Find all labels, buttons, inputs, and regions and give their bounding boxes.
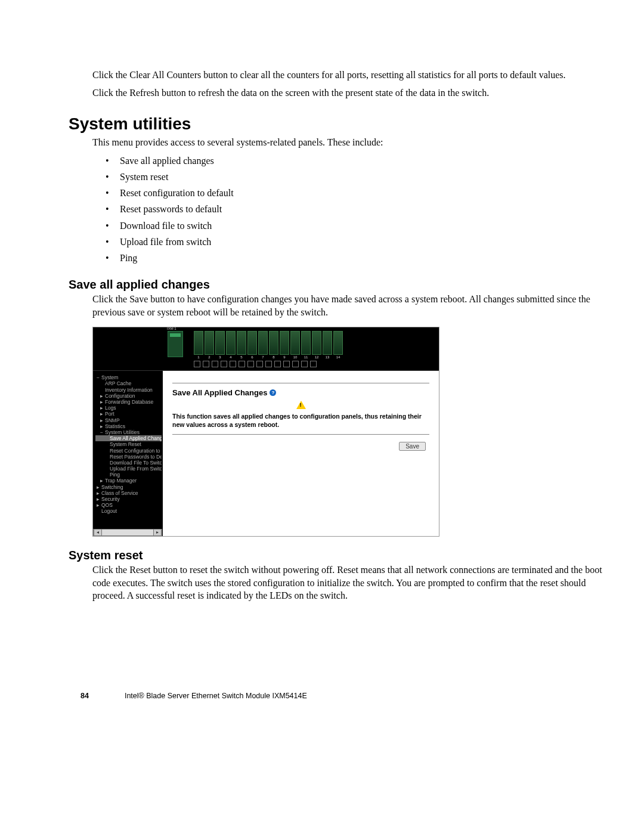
port-number-label: 1 (194, 355, 203, 360)
port-number-label: 13 (323, 355, 332, 360)
port-icon[interactable] (247, 331, 257, 355)
button-row: Save (172, 442, 429, 451)
nav-tree-item[interactable]: ▸Switching (95, 484, 162, 490)
nav-tree-item[interactable]: Save All Applied Changes (95, 435, 162, 441)
save-applied-text: Click the Save button to have configurat… (92, 293, 608, 318)
port-number-label: 11 (301, 355, 311, 360)
horizontal-scrollbar[interactable]: ◂ ▸ (93, 529, 162, 536)
port-status-icon (203, 361, 209, 367)
port-status-icon (301, 361, 308, 367)
port-icon[interactable] (290, 331, 300, 355)
nav-tree-item[interactable]: −System (95, 374, 162, 380)
paragraph-clear-counters: Click the Clear All Counters button to c… (92, 69, 608, 82)
nav-tree-item[interactable]: Download File To Switch (95, 460, 162, 466)
port-icon[interactable] (301, 331, 311, 355)
nav-tree-item[interactable]: System Reset (95, 441, 162, 447)
port-icon[interactable] (194, 331, 203, 355)
nav-header-region (93, 327, 163, 371)
port-number-label: 14 (333, 355, 343, 360)
list-item: Upload file from switch (106, 234, 608, 250)
intro-text: This menu provides access to several sys… (92, 136, 608, 149)
nav-tree-item[interactable]: ARP Cache (95, 380, 162, 386)
heading-save-applied: Save all applied changes (69, 278, 608, 292)
port-status-icon (283, 361, 290, 367)
port-icon[interactable] (280, 331, 289, 355)
nav-tree-item[interactable]: ▸SNMP (95, 417, 162, 423)
port-number-label: 9 (280, 355, 289, 360)
port-number-label: 4 (226, 355, 236, 360)
scroll-right-arrow[interactable]: ▸ (153, 529, 162, 535)
nav-tree-item[interactable]: Logout (95, 508, 162, 514)
nav-tree-item[interactable]: Ping (95, 472, 162, 478)
port-icon[interactable] (333, 331, 343, 355)
save-button[interactable]: Save (399, 442, 426, 451)
port-number-label: 6 (247, 355, 257, 360)
paragraph-refresh: Click the Refresh button to refresh the … (92, 86, 608, 100)
port-icon[interactable] (205, 331, 214, 355)
warning-row (172, 401, 429, 410)
port-number-label: 7 (258, 355, 268, 360)
panel-title: Save All Applied Changes (172, 388, 267, 397)
help-icon[interactable]: ? (270, 389, 276, 396)
page: Click the Clear All Counters button to c… (0, 0, 644, 736)
feature-list: Save all applied changes System reset Re… (106, 153, 608, 266)
nav-tree-item[interactable]: ▸Forwarding Database (95, 399, 162, 405)
page-footer: 84 Intel® Blade Server Ethernet Switch M… (69, 692, 608, 700)
nav-tree-item[interactable]: ▸Trap Manager (95, 478, 162, 484)
nav-tree-item[interactable]: Upload File From Switch (95, 466, 162, 472)
heading-system-reset: System reset (69, 549, 608, 562)
list-item: Download file to switch (106, 218, 608, 234)
content-panel: IXM 1 1234567891011121314 Save All Appli… (163, 327, 439, 536)
nav-tree-panel: −SystemARP CacheInventory Information▸Co… (93, 327, 163, 536)
scroll-left-arrow[interactable]: ◂ (94, 529, 102, 535)
heading-system-utilities: System utilities (69, 114, 608, 134)
nav-tree-item[interactable]: ▸QOS (95, 502, 162, 508)
nav-tree-item[interactable]: Inventory Information (95, 387, 162, 393)
nav-tree-item[interactable]: −System Utilities (95, 429, 162, 435)
port-status-icon (221, 361, 227, 367)
nav-tree-item[interactable]: ▸Configuration (95, 393, 162, 399)
nav-tree-item[interactable]: ▸Logs (95, 405, 162, 411)
embedded-screenshot: −SystemARP CacheInventory Information▸Co… (92, 327, 439, 537)
nav-tree-item[interactable]: ▸Statistics (95, 423, 162, 429)
list-item: System reset (106, 169, 608, 185)
port-icon[interactable] (323, 331, 332, 355)
port-icon[interactable] (312, 331, 321, 355)
port-numbers: 1234567891011121314 (194, 355, 343, 360)
nav-tree-item[interactable]: ▸Class of Service (95, 490, 162, 496)
panel-content: Save All Applied Changes ? This function… (163, 371, 439, 457)
port-number-label: 3 (215, 355, 225, 360)
nav-tree-item[interactable]: ▸Port (95, 411, 162, 417)
nav-tree[interactable]: −SystemARP CacheInventory Information▸Co… (95, 374, 162, 514)
device-header: IXM 1 1234567891011121314 (163, 327, 439, 371)
port-icon[interactable] (258, 331, 268, 355)
port-status-row (194, 361, 317, 367)
port-icon[interactable] (269, 331, 278, 355)
port-status-icon (230, 361, 236, 367)
list-item: Ping (106, 250, 608, 266)
port-status-icon (265, 361, 272, 367)
port-status-icon (194, 361, 200, 367)
port-status-icon (310, 361, 317, 367)
nav-tree-item[interactable]: ▸Security (95, 496, 162, 502)
port-status-icon (274, 361, 281, 367)
list-item: Save all applied changes (106, 153, 608, 169)
warning-icon (296, 401, 306, 409)
port-icon[interactable] (237, 331, 246, 355)
nav-tree-item[interactable]: Reset Passwords to Defaults (95, 454, 162, 460)
nav-tree-item[interactable]: Reset Configuration to Defaults (95, 448, 162, 454)
port-status-icon (239, 361, 245, 367)
system-reset-text: Click the Reset button to reset the swit… (92, 563, 608, 602)
port-number-label: 8 (269, 355, 278, 360)
port-number-label: 12 (312, 355, 321, 360)
device-icon (168, 331, 183, 357)
port-status-icon (212, 361, 218, 367)
divider (172, 434, 429, 435)
list-item: Reset passwords to default (106, 201, 608, 217)
port-row (194, 331, 343, 355)
port-number-label: 2 (205, 355, 214, 360)
port-icon[interactable] (215, 331, 225, 355)
list-item: Reset configuration to default (106, 185, 608, 201)
port-icon[interactable] (226, 331, 236, 355)
port-status-icon (292, 361, 299, 367)
